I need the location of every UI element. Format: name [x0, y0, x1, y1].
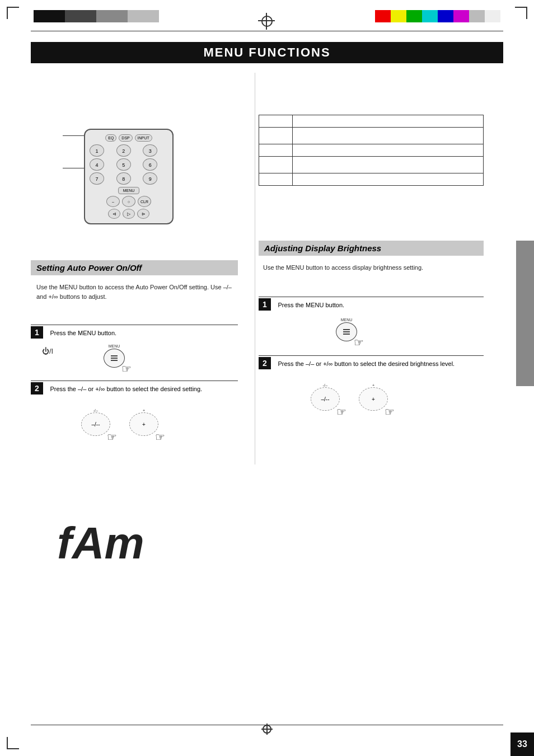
table-row: [259, 128, 484, 144]
table-cell: [293, 157, 484, 173]
remote-next-btn: ⊳: [137, 209, 149, 219]
step1-left-num: 1: [31, 326, 43, 339]
remote-btn-9: 9: [143, 172, 157, 185]
corner-mark-tr: [515, 7, 527, 19]
center-divider: [255, 73, 255, 464]
plus-circle-left: +: [129, 412, 158, 436]
svg-rect-3: [343, 329, 350, 330]
remote-btn-6: 6: [143, 158, 157, 171]
table-cell: [259, 128, 293, 144]
plus-circle-right: +: [359, 387, 388, 411]
menu-btn-left-illus: MENU ☞: [104, 344, 125, 368]
page-title: MENU FUNCTIONS: [203, 45, 330, 60]
svg-rect-5: [343, 334, 350, 335]
table-row: [259, 157, 484, 173]
remote-circle-btn: ○: [122, 196, 135, 207]
step2-left-text: Press the –/– or +/∞ button to select th…: [50, 386, 202, 392]
hand-plus-right: ☞: [385, 405, 395, 419]
svg-rect-1: [111, 358, 118, 359]
table-row: [259, 173, 484, 186]
step2-right-block: 2 Press the –/– or +/∞ button to select …: [259, 357, 455, 369]
remote-btn-3: 3: [143, 144, 157, 157]
remote-btn-7: 7: [90, 172, 104, 185]
title-bar: MENU FUNCTIONS: [31, 42, 503, 63]
remote-dsp-btn: DSP: [119, 134, 132, 142]
top-line: [31, 31, 503, 31]
step1-left-block: 1 Press the MENU button.: [31, 326, 116, 339]
step2-left-block: 2 Press the –/– or +/∞ button to select …: [31, 382, 202, 395]
remote-btn-4: 4: [90, 158, 104, 171]
two-btn-left-illus: -/-- –/-- ☞ + + ☞: [81, 408, 158, 436]
step2-left-divider: [31, 381, 238, 381]
corner-mark-tl: [7, 7, 19, 19]
remote-minus-btn: –: [106, 196, 120, 207]
table-cell: [259, 157, 293, 173]
side-tab: [516, 241, 534, 386]
remote-btn-8: 8: [116, 172, 131, 185]
step2-right-text: Press the –/– or +/∞ button to select th…: [278, 360, 455, 367]
remote-menu-btn: MENU: [118, 187, 140, 194]
hand-icon-left: ☞: [121, 362, 132, 375]
bottom-line: [31, 725, 503, 725]
color-bars-left: [34, 10, 159, 22]
remote-btn-2: 2: [116, 144, 131, 157]
table-cell: [293, 173, 484, 186]
left-section-title: Setting Auto Power On/Off: [31, 260, 238, 275]
crosshair-top: [261, 16, 273, 27]
step2-right-divider: [259, 355, 484, 356]
remote-line-1: [63, 135, 84, 136]
table-cell: [293, 128, 484, 144]
remote-prev-btn: ⊲: [108, 209, 120, 219]
plus-label-right: +: [359, 383, 388, 387]
table-cell: [259, 173, 293, 186]
menu-label-right: MENU: [336, 318, 357, 322]
hand-plus-left: ☞: [155, 430, 165, 444]
hand-minus-right: ☞: [336, 405, 346, 419]
remote-play-btn: ▷: [123, 209, 135, 219]
table-cell: [293, 115, 484, 128]
step1-right-num: 1: [259, 298, 271, 311]
right-body-text: Use the MENU button to access display br…: [263, 263, 478, 273]
remote-btn-5: 5: [116, 158, 131, 171]
fam-display-text: fAm: [57, 518, 144, 569]
hand-minus-left: ☞: [107, 430, 117, 444]
table-row: [259, 115, 484, 128]
remote-line-2: [63, 168, 84, 168]
page-number-right: 33: [510, 732, 534, 756]
table-cell: [259, 144, 293, 157]
minus-circle-left: –/--: [81, 412, 110, 436]
svg-rect-2: [111, 360, 118, 361]
remote-clr-btn: CLR: [138, 196, 151, 207]
step1-right-divider: [259, 297, 484, 297]
minus-label-right: -/--: [311, 383, 340, 387]
remote-btn-1: 1: [90, 144, 104, 157]
plus-label-left: +: [129, 408, 158, 412]
remote-illustration: EQ DSP INPUT 1 2 3 4 5 6 7 8 9 MENU – ○ …: [78, 129, 179, 246]
right-table-container: [259, 115, 484, 186]
step1-left-text: Press the MENU button.: [50, 330, 116, 336]
right-section-title-bar: Adjusting Display Brightness: [259, 241, 484, 256]
step2-right-num: 2: [259, 357, 271, 369]
right-body-text-p: Use the MENU button to access display br…: [263, 263, 478, 273]
minus-circle-right: –/--: [311, 387, 340, 411]
minus-label-left: -/--: [81, 408, 110, 412]
power-symbol: ⏻/I: [42, 347, 53, 355]
step1-right-text: Press the MENU button.: [278, 302, 344, 308]
svg-rect-0: [111, 355, 118, 356]
left-body-text-p: Use the MENU button to access the Auto P…: [36, 283, 238, 301]
svg-rect-4: [343, 331, 350, 332]
table-cell: [259, 115, 293, 128]
left-body-text: Use the MENU button to access the Auto P…: [36, 283, 238, 301]
two-btn-right-illus: -/-- –/-- ☞ + + ☞: [311, 383, 388, 411]
remote-input-btn: INPUT: [135, 134, 152, 142]
crosshair-bottom: [261, 724, 273, 735]
menu-table: [259, 115, 484, 186]
table-row: [259, 144, 484, 157]
menu-label-left: MENU: [104, 344, 125, 348]
left-section-title-bar: Setting Auto Power On/Off: [31, 260, 238, 275]
corner-mark-bl: [7, 737, 19, 749]
step1-right-block: 1 Press the MENU button.: [259, 298, 344, 311]
step2-left-num: 2: [31, 382, 43, 395]
hand-icon-right: ☞: [354, 336, 364, 349]
table-cell: [293, 144, 484, 157]
